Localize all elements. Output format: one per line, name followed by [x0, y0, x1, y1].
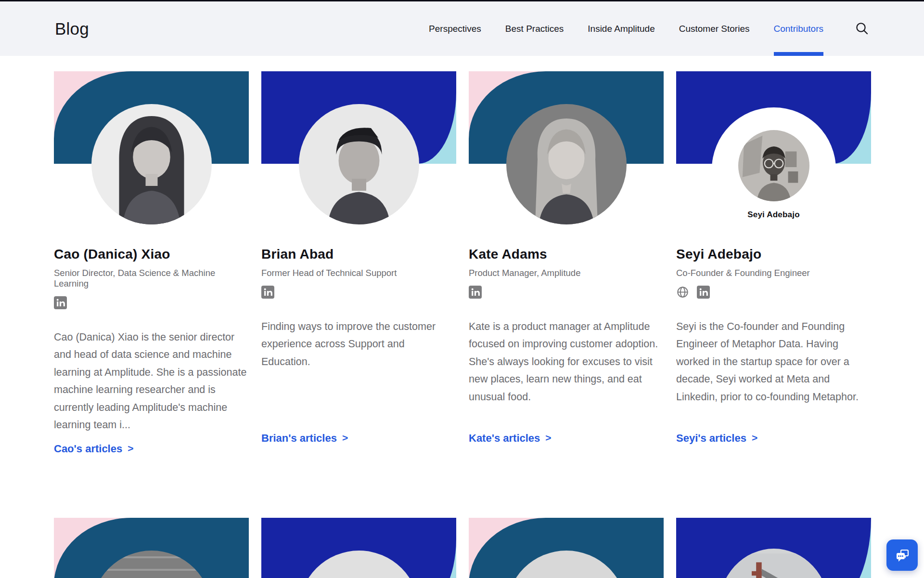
linkedin-icon[interactable]: [469, 286, 482, 299]
articles-link-label: Cao's articles: [54, 443, 122, 455]
blog-header: Blog Perspectives Best Practices Inside …: [0, 1, 924, 56]
contributor-role: Product Manager, Amplitude: [469, 268, 664, 278]
contributor-media: [469, 518, 664, 578]
contributor-bio: Finding ways to improve the customer exp…: [261, 318, 456, 432]
contributor-name: Kate Adams: [469, 247, 664, 262]
contributor-media: [54, 71, 249, 224]
social-links: [676, 286, 871, 299]
portrait-photo: [299, 104, 419, 224]
articles-link[interactable]: Brian's articles >: [261, 432, 348, 445]
portrait-photo: [738, 130, 809, 201]
articles-link[interactable]: Seyi's articles >: [676, 432, 757, 445]
contributor-media: [261, 518, 456, 578]
contributors-grid: Cao (Danica) Xiao Senior Director, Data …: [0, 56, 924, 578]
nav-item-contributors[interactable]: Contributors: [774, 1, 824, 56]
nav-item-inside-amplitude[interactable]: Inside Amplitude: [588, 1, 654, 56]
contributor-name: Seyi Adebajo: [676, 247, 871, 262]
chevron-right-icon: >: [128, 443, 133, 454]
portrait-photo: [506, 104, 627, 224]
contributor-media: Seyi Adebajo: [676, 71, 871, 224]
chevron-right-icon: >: [342, 432, 348, 444]
website-globe-icon[interactable]: [676, 286, 689, 299]
articles-link-label: Seyi's articles: [676, 432, 746, 445]
articles-link[interactable]: Cao's articles >: [54, 443, 133, 455]
articles-link-label: Brian's articles: [261, 432, 337, 445]
social-links: [469, 286, 664, 299]
contributor-bio: Seyi is the Co-founder and Founding Engi…: [676, 318, 871, 432]
articles-link-label: Kate's articles: [469, 432, 540, 445]
contributors-page: Cao (Danica) Xiao Senior Director, Data …: [0, 56, 924, 578]
contributor-media: [261, 71, 456, 224]
contributor-media: [676, 518, 871, 578]
contributor-role: Co-Founder & Founding Engineer: [676, 268, 871, 278]
contributor-media: [469, 71, 664, 224]
contributor-role: Former Head of Technical Support: [261, 268, 456, 278]
photo-caption: Seyi Adebajo: [676, 210, 871, 220]
linkedin-icon[interactable]: [54, 296, 67, 309]
contributor-bio: Kate is a product manager at Amplitude f…: [469, 318, 664, 432]
articles-link[interactable]: Kate's articles >: [469, 432, 552, 445]
contributor-card-brian: Brian Abad Former Head of Technical Supp…: [261, 71, 456, 455]
contributor-card-row2-4: [676, 518, 871, 578]
chat-bubbles-icon: [894, 547, 911, 564]
linkedin-icon[interactable]: [261, 286, 274, 299]
contributor-name: Brian Abad: [261, 247, 456, 262]
contributor-role: Senior Director, Data Science & Machine …: [54, 268, 249, 289]
chevron-right-icon: >: [752, 432, 757, 444]
contributor-card-row2-2: [261, 518, 456, 578]
chat-widget-button[interactable]: [886, 539, 918, 571]
contributor-card-kate: Kate Adams Product Manager, Amplitude Ka…: [469, 71, 664, 455]
page-title: Blog: [55, 19, 89, 39]
contributor-bio: Cao (Danica) Xiao is the senior director…: [54, 328, 249, 443]
portrait-photo: [91, 104, 212, 224]
contributor-card-cao: Cao (Danica) Xiao Senior Director, Data …: [54, 71, 249, 455]
contributor-card-row2-3: [469, 518, 664, 578]
social-links: [261, 286, 456, 299]
linkedin-icon[interactable]: [697, 286, 710, 299]
social-links: [54, 296, 249, 309]
nav-item-perspectives[interactable]: Perspectives: [429, 1, 481, 56]
contributor-media: [54, 518, 249, 578]
main-nav: Perspectives Best Practices Inside Ampli…: [429, 1, 823, 56]
contributor-card-seyi: Seyi Adebajo Seyi Adebajo Co-Founder & F…: [676, 71, 871, 455]
nav-item-best-practices[interactable]: Best Practices: [505, 1, 564, 56]
chevron-right-icon: >: [545, 432, 551, 444]
search-icon[interactable]: [854, 21, 870, 37]
contributor-card-row2-1: [54, 518, 249, 578]
contributor-name: Cao (Danica) Xiao: [54, 247, 249, 262]
nav-item-customer-stories[interactable]: Customer Stories: [679, 1, 750, 56]
